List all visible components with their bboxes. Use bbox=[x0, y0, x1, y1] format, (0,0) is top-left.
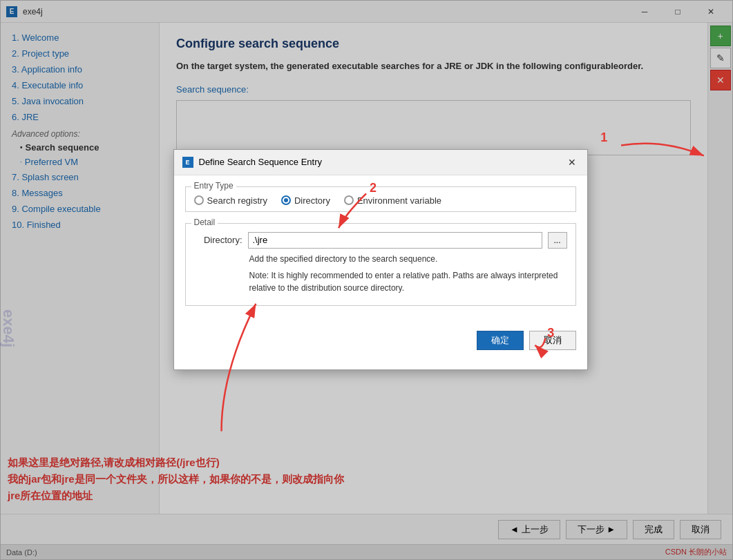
radio-search-registry[interactable]: Search registry bbox=[194, 195, 267, 206]
entry-type-group: Entry Type Search registry Directory bbox=[185, 186, 576, 212]
directory-form-row: Directory: ... bbox=[194, 232, 567, 249]
radio-label-directory: Directory bbox=[294, 195, 330, 206]
main-window: E exe4j ─ □ ✕ 1. Welcome 2. Project type… bbox=[0, 0, 733, 560]
dialog-titlebar: E Define Search Sequence Entry ✕ bbox=[174, 150, 587, 175]
dialog-body: Entry Type Search registry Directory bbox=[174, 175, 587, 325]
detail-legend: Detail bbox=[191, 218, 218, 227]
dialog-title: Define Search Sequence Entry bbox=[199, 157, 560, 167]
dialog-footer: 确定 取消 bbox=[174, 325, 587, 361]
radio-group: Search registry Directory Environment va… bbox=[194, 193, 567, 206]
radio-circle-env bbox=[344, 195, 354, 205]
browse-button[interactable]: ... bbox=[548, 232, 567, 249]
dialog-icon: E bbox=[182, 157, 193, 168]
radio-circle-registry bbox=[194, 195, 204, 205]
dialog-confirm-button[interactable]: 确定 bbox=[477, 331, 524, 350]
directory-label: Directory: bbox=[194, 235, 242, 245]
define-search-dialog: E Define Search Sequence Entry ✕ Entry T… bbox=[173, 149, 588, 370]
hint-text: Add the specified directory to the searc… bbox=[194, 254, 567, 264]
dialog-cancel-button[interactable]: 取消 bbox=[529, 331, 576, 350]
radio-label-env: Environment variable bbox=[357, 195, 441, 206]
radio-label-registry: Search registry bbox=[207, 195, 267, 206]
entry-type-legend: Entry Type bbox=[191, 181, 236, 191]
detail-group: Detail Directory: ... Add the specified … bbox=[185, 223, 576, 306]
radio-env-variable[interactable]: Environment variable bbox=[344, 195, 441, 206]
svg-text:1: 1 bbox=[600, 131, 607, 144]
radio-directory[interactable]: Directory bbox=[281, 195, 330, 206]
dialog-close-button[interactable]: ✕ bbox=[565, 155, 579, 169]
note-text: Note: It is highly recommended to enter … bbox=[194, 269, 567, 294]
modal-overlay: 1 2 3 E Define Search Sequence Entry ✕ bbox=[1, 1, 732, 559]
directory-input[interactable] bbox=[248, 232, 542, 249]
radio-circle-directory bbox=[281, 195, 291, 205]
